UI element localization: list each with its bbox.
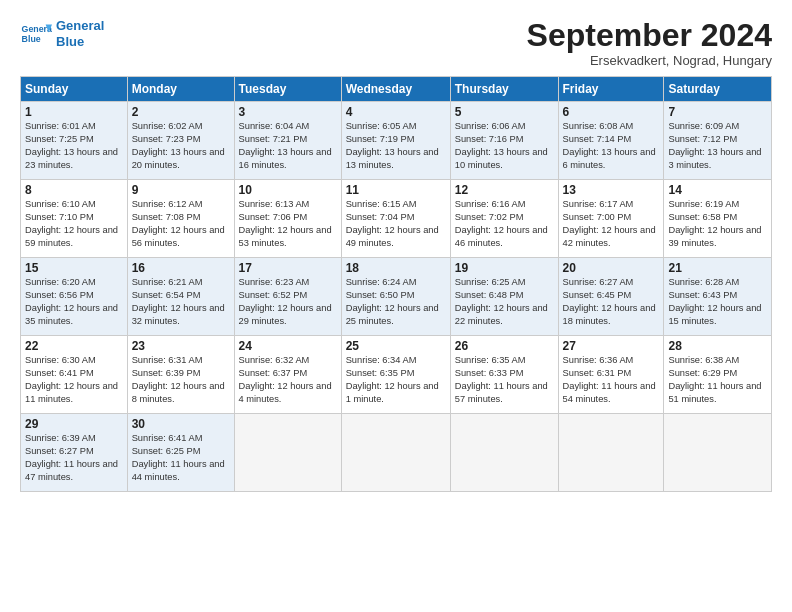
day-info: Sunrise: 6:31 AMSunset: 6:39 PMDaylight:…: [132, 354, 230, 406]
day-info: Sunrise: 6:27 AMSunset: 6:45 PMDaylight:…: [563, 276, 660, 328]
day-info: Sunrise: 6:15 AMSunset: 7:04 PMDaylight:…: [346, 198, 446, 250]
day-number: 3: [239, 105, 337, 119]
day-info: Sunrise: 6:01 AMSunset: 7:25 PMDaylight:…: [25, 120, 123, 172]
logo: General Blue General Blue: [20, 18, 104, 50]
calendar-cell: 29Sunrise: 6:39 AMSunset: 6:27 PMDayligh…: [21, 414, 128, 492]
calendar-cell: 14Sunrise: 6:19 AMSunset: 6:58 PMDayligh…: [664, 180, 772, 258]
calendar-cell: [558, 414, 664, 492]
calendar-cell: 24Sunrise: 6:32 AMSunset: 6:37 PMDayligh…: [234, 336, 341, 414]
calendar-cell: 28Sunrise: 6:38 AMSunset: 6:29 PMDayligh…: [664, 336, 772, 414]
day-info: Sunrise: 6:20 AMSunset: 6:56 PMDaylight:…: [25, 276, 123, 328]
weekday-header-thursday: Thursday: [450, 77, 558, 102]
day-info: Sunrise: 6:12 AMSunset: 7:08 PMDaylight:…: [132, 198, 230, 250]
day-number: 29: [25, 417, 123, 431]
day-number: 4: [346, 105, 446, 119]
logo-general: General: [56, 18, 104, 34]
day-number: 24: [239, 339, 337, 353]
day-info: Sunrise: 6:09 AMSunset: 7:12 PMDaylight:…: [668, 120, 767, 172]
day-info: Sunrise: 6:38 AMSunset: 6:29 PMDaylight:…: [668, 354, 767, 406]
day-number: 7: [668, 105, 767, 119]
day-number: 9: [132, 183, 230, 197]
day-info: Sunrise: 6:35 AMSunset: 6:33 PMDaylight:…: [455, 354, 554, 406]
calendar-cell: 4Sunrise: 6:05 AMSunset: 7:19 PMDaylight…: [341, 102, 450, 180]
weekday-header-friday: Friday: [558, 77, 664, 102]
calendar-cell: 9Sunrise: 6:12 AMSunset: 7:08 PMDaylight…: [127, 180, 234, 258]
calendar-cell: 10Sunrise: 6:13 AMSunset: 7:06 PMDayligh…: [234, 180, 341, 258]
location: Ersekvadkert, Nograd, Hungary: [527, 53, 772, 68]
day-info: Sunrise: 6:17 AMSunset: 7:00 PMDaylight:…: [563, 198, 660, 250]
day-number: 6: [563, 105, 660, 119]
calendar-cell: 19Sunrise: 6:25 AMSunset: 6:48 PMDayligh…: [450, 258, 558, 336]
header: General Blue General Blue September 2024…: [20, 18, 772, 68]
day-number: 5: [455, 105, 554, 119]
calendar-cell: [450, 414, 558, 492]
calendar-cell: [234, 414, 341, 492]
day-info: Sunrise: 6:23 AMSunset: 6:52 PMDaylight:…: [239, 276, 337, 328]
calendar-cell: 15Sunrise: 6:20 AMSunset: 6:56 PMDayligh…: [21, 258, 128, 336]
day-number: 15: [25, 261, 123, 275]
day-info: Sunrise: 6:02 AMSunset: 7:23 PMDaylight:…: [132, 120, 230, 172]
calendar-cell: 16Sunrise: 6:21 AMSunset: 6:54 PMDayligh…: [127, 258, 234, 336]
day-number: 20: [563, 261, 660, 275]
day-number: 21: [668, 261, 767, 275]
day-number: 19: [455, 261, 554, 275]
day-number: 16: [132, 261, 230, 275]
calendar-cell: 11Sunrise: 6:15 AMSunset: 7:04 PMDayligh…: [341, 180, 450, 258]
day-info: Sunrise: 6:04 AMSunset: 7:21 PMDaylight:…: [239, 120, 337, 172]
weekday-header-wednesday: Wednesday: [341, 77, 450, 102]
weekday-header-sunday: Sunday: [21, 77, 128, 102]
weekday-header-tuesday: Tuesday: [234, 77, 341, 102]
day-info: Sunrise: 6:05 AMSunset: 7:19 PMDaylight:…: [346, 120, 446, 172]
logo-blue: Blue: [56, 34, 104, 50]
calendar-cell: 27Sunrise: 6:36 AMSunset: 6:31 PMDayligh…: [558, 336, 664, 414]
title-area: September 2024 Ersekvadkert, Nograd, Hun…: [527, 18, 772, 68]
day-info: Sunrise: 6:28 AMSunset: 6:43 PMDaylight:…: [668, 276, 767, 328]
day-number: 11: [346, 183, 446, 197]
day-info: Sunrise: 6:08 AMSunset: 7:14 PMDaylight:…: [563, 120, 660, 172]
day-info: Sunrise: 6:30 AMSunset: 6:41 PMDaylight:…: [25, 354, 123, 406]
day-number: 13: [563, 183, 660, 197]
day-number: 28: [668, 339, 767, 353]
day-number: 25: [346, 339, 446, 353]
day-info: Sunrise: 6:25 AMSunset: 6:48 PMDaylight:…: [455, 276, 554, 328]
calendar-cell: 1Sunrise: 6:01 AMSunset: 7:25 PMDaylight…: [21, 102, 128, 180]
day-number: 18: [346, 261, 446, 275]
calendar-cell: 2Sunrise: 6:02 AMSunset: 7:23 PMDaylight…: [127, 102, 234, 180]
day-number: 30: [132, 417, 230, 431]
month-title: September 2024: [527, 18, 772, 53]
day-info: Sunrise: 6:41 AMSunset: 6:25 PMDaylight:…: [132, 432, 230, 484]
day-number: 26: [455, 339, 554, 353]
day-number: 2: [132, 105, 230, 119]
day-info: Sunrise: 6:24 AMSunset: 6:50 PMDaylight:…: [346, 276, 446, 328]
svg-text:Blue: Blue: [22, 34, 41, 44]
day-number: 22: [25, 339, 123, 353]
day-info: Sunrise: 6:19 AMSunset: 6:58 PMDaylight:…: [668, 198, 767, 250]
calendar-cell: 20Sunrise: 6:27 AMSunset: 6:45 PMDayligh…: [558, 258, 664, 336]
calendar-cell: 13Sunrise: 6:17 AMSunset: 7:00 PMDayligh…: [558, 180, 664, 258]
day-info: Sunrise: 6:39 AMSunset: 6:27 PMDaylight:…: [25, 432, 123, 484]
weekday-header-saturday: Saturday: [664, 77, 772, 102]
calendar-cell: 21Sunrise: 6:28 AMSunset: 6:43 PMDayligh…: [664, 258, 772, 336]
day-number: 12: [455, 183, 554, 197]
calendar-cell: [664, 414, 772, 492]
day-info: Sunrise: 6:13 AMSunset: 7:06 PMDaylight:…: [239, 198, 337, 250]
day-info: Sunrise: 6:36 AMSunset: 6:31 PMDaylight:…: [563, 354, 660, 406]
day-number: 10: [239, 183, 337, 197]
calendar-cell: 7Sunrise: 6:09 AMSunset: 7:12 PMDaylight…: [664, 102, 772, 180]
calendar-cell: 26Sunrise: 6:35 AMSunset: 6:33 PMDayligh…: [450, 336, 558, 414]
calendar-cell: 6Sunrise: 6:08 AMSunset: 7:14 PMDaylight…: [558, 102, 664, 180]
calendar-cell: 8Sunrise: 6:10 AMSunset: 7:10 PMDaylight…: [21, 180, 128, 258]
calendar-cell: 5Sunrise: 6:06 AMSunset: 7:16 PMDaylight…: [450, 102, 558, 180]
calendar-cell: 25Sunrise: 6:34 AMSunset: 6:35 PMDayligh…: [341, 336, 450, 414]
weekday-header-monday: Monday: [127, 77, 234, 102]
day-info: Sunrise: 6:10 AMSunset: 7:10 PMDaylight:…: [25, 198, 123, 250]
day-info: Sunrise: 6:16 AMSunset: 7:02 PMDaylight:…: [455, 198, 554, 250]
day-info: Sunrise: 6:34 AMSunset: 6:35 PMDaylight:…: [346, 354, 446, 406]
calendar-cell: 18Sunrise: 6:24 AMSunset: 6:50 PMDayligh…: [341, 258, 450, 336]
calendar-cell: 22Sunrise: 6:30 AMSunset: 6:41 PMDayligh…: [21, 336, 128, 414]
logo-icon: General Blue: [20, 18, 52, 50]
page: General Blue General Blue September 2024…: [0, 0, 792, 502]
day-number: 23: [132, 339, 230, 353]
day-number: 1: [25, 105, 123, 119]
calendar-cell: 3Sunrise: 6:04 AMSunset: 7:21 PMDaylight…: [234, 102, 341, 180]
